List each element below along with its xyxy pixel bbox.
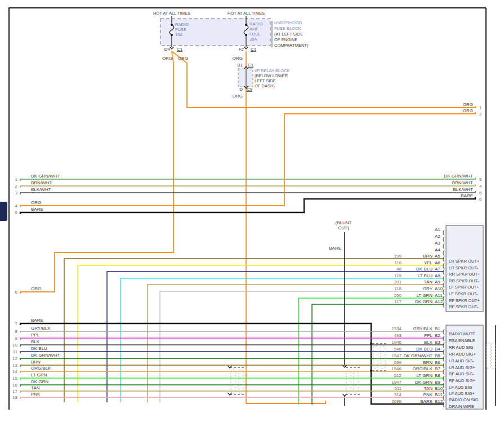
left-pin-number: 9	[15, 336, 18, 341]
connector-b-circuit-number: 546	[394, 347, 402, 352]
connector-a-wire-color: DK GRN	[415, 299, 432, 304]
left-pin-number: 13	[12, 363, 17, 368]
connector-b-signal-label: LF AUD SIG+	[449, 391, 475, 396]
wire-gryblk-8-b1	[20, 331, 444, 333]
wire-ppl-9-b2	[20, 338, 444, 340]
right-pin-number: 3	[479, 177, 482, 182]
left-pin-wire-color: ORG	[31, 200, 41, 205]
connector-a-wire-color: TAN	[424, 279, 433, 285]
underhood-label: (AT LEFT SIDE	[274, 32, 303, 37]
connector-b-pin-bracket: (	[443, 369, 445, 375]
left-pin-wire-color: LT GRN	[31, 372, 47, 378]
connector-a-pin-id: A8	[435, 273, 440, 278]
ip-relay-label: LEFT SIDE	[255, 78, 276, 83]
connector-a-pin-bracket: (	[443, 301, 445, 308]
radio-fuse-name: RADIO	[175, 22, 189, 27]
connector-b-pin-bracket: (	[443, 375, 445, 381]
connector-b-signal-label: RR AUD SIG-	[449, 345, 475, 350]
connector-b-circuit-number: 1947	[391, 380, 402, 385]
right-pin-wire-color: BRN/WHT	[452, 180, 473, 185]
org-radio-fuse-left-branch	[20, 51, 173, 294]
wire-brn-a5	[64, 259, 444, 402]
radio-fuse-rating: 15A	[175, 32, 182, 37]
connector-a-signal-label: LF SPKR OUT-	[449, 291, 478, 296]
pin-f2: F2	[239, 47, 244, 52]
left-pin-wire-color: BLK/WHT	[31, 187, 51, 192]
connector-a-pin-id: A5	[435, 254, 440, 259]
connector-b-signal-label: RADIO MUTE	[449, 331, 475, 336]
left-pin-number: 18	[12, 395, 17, 400]
connector-a-pin-bracket: (	[443, 229, 445, 236]
left-pin-number: 4	[15, 203, 18, 208]
connector-a-wire-color: BRN	[423, 254, 432, 259]
left-pin-number: 3	[15, 190, 18, 196]
ip-relay-label: (BELOW LOWER	[255, 73, 288, 78]
left-pin-number: 6	[15, 290, 18, 295]
connector-b-signal-label: RF AUD SIG-	[449, 371, 475, 376]
connector-a-signal-label: RF SPKR OUT-	[449, 304, 479, 309]
wire-dkgrn-16-b9	[20, 385, 444, 387]
left-pin-wire-color: BRN	[31, 360, 41, 365]
connector-b-circuit-number: 2099	[391, 399, 402, 404]
radio-amp-fuse-name: RADIO	[249, 21, 263, 26]
connector-b-wire-color: PNK	[423, 392, 433, 397]
connector-b-pin-bracket: (	[443, 329, 445, 335]
left-pin-wire-color: ORG/BLK	[31, 366, 51, 371]
connector-b-pin-bracket: (	[443, 356, 445, 362]
conn-c1: C1	[177, 47, 183, 52]
connector-a-pin-id: A9	[435, 279, 440, 285]
connector-b-pin-bracket: (	[443, 401, 445, 407]
left-pin-number: 16	[12, 383, 17, 388]
ip-relay-block-box	[238, 69, 253, 87]
connector-b-circuit-number: 599	[394, 360, 402, 365]
radio-amp-fuse-name: FUSE	[249, 32, 261, 37]
connector-b-pin-bracket: (	[443, 342, 445, 348]
connector-b-wire-color: BARE	[420, 399, 432, 404]
connector-a-pin-bracket: (	[443, 295, 445, 301]
left-pin-number: 17	[12, 389, 17, 394]
org-label: ORG	[233, 56, 243, 61]
wiring-diagram-area: HOT AT ALL TIMESHOT AT ALL TIMESRADIOFUS…	[0, 0, 504, 426]
underhood-label: UNDERHOOD	[274, 20, 302, 25]
wire-blkwht-3-5	[20, 191, 475, 194]
connector-a-signal-label: RF SPKR OUT+	[449, 298, 480, 303]
connector-a-signal-label: LR SPKR OUT+	[449, 259, 480, 264]
bare-drain-label: BARE	[329, 246, 341, 251]
connector-b-wire-color: BRN	[423, 360, 432, 365]
blunt-cut-label: (BLUNT	[336, 220, 352, 225]
connector-b-pin-id: B2	[435, 333, 440, 338]
left-pin-number: 11	[13, 349, 18, 354]
right-pin-number: 1	[479, 105, 482, 110]
connector-a-circuit-number: 201	[394, 279, 402, 285]
shield-capsule	[354, 370, 358, 393]
connector-a-pin-id: A7	[435, 267, 440, 272]
connector-b-wire-color: DK GRN	[415, 380, 432, 385]
right-pin-wire-color: DK GRN/WHT	[444, 174, 473, 179]
connector-a-pin-bracket: (	[443, 256, 445, 262]
org-radio-fuse-right-branch	[172, 51, 475, 108]
connector-a-pin-id: A11	[435, 293, 443, 298]
arrowhead-down	[170, 47, 174, 49]
left-pin-wire-color: BRN/WHT	[31, 180, 52, 185]
org-label: ORG	[233, 94, 243, 99]
hot-at-all-times-2: HOT AT ALL TIMES	[228, 11, 265, 16]
underhood-label: COMPARTMENT)	[274, 43, 309, 48]
connector-b-pin-bracket: (	[443, 362, 445, 369]
left-pin-number: 14	[12, 369, 17, 374]
left-pin-wire-color: PNK	[31, 392, 41, 397]
wire-brn-13-b6	[20, 365, 444, 367]
connector-a-wire-color: LT BLU	[418, 273, 433, 278]
connector-b-pin-id: B10	[435, 386, 443, 391]
connector-b-pin-id: B8	[435, 373, 440, 378]
left-pin-wire-color: ORG	[31, 286, 41, 291]
wire-orgblk-14-b7	[20, 371, 444, 373]
right-pin-number: 5	[479, 190, 482, 196]
wire-blk-10-b3	[20, 345, 444, 347]
connector-b-wire-color: LT GRN	[416, 373, 432, 378]
connector-b-pin-bracket: (	[443, 382, 445, 388]
connector-a-pin-id: A12	[435, 299, 443, 304]
connector-a-pin-bracket: (	[443, 263, 445, 269]
org-label: ORG	[178, 56, 188, 61]
shield-capsule	[231, 370, 235, 393]
side-panel-tab[interactable]	[0, 202, 7, 221]
